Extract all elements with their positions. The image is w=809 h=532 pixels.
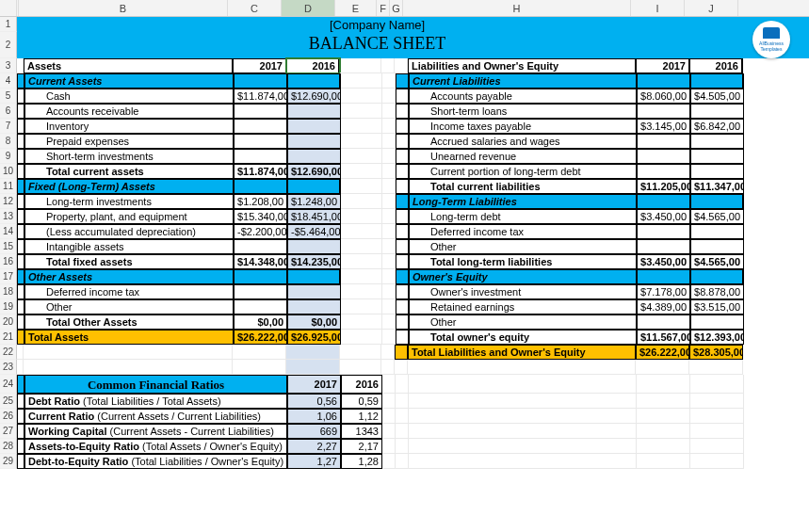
row-28[interactable]: 28 xyxy=(0,439,17,454)
row-18[interactable]: 18 xyxy=(0,284,17,299)
col-J[interactable]: J xyxy=(685,0,738,16)
ratio-label[interactable]: Debt-to-Equity Ratio (Total Liabilities … xyxy=(24,454,287,469)
liab-header[interactable]: Liabilities and Owner's Equity xyxy=(408,58,636,73)
row-10[interactable]: 10 xyxy=(0,164,17,179)
total-current-assets-y1[interactable]: $11.874,00 xyxy=(234,164,287,179)
col-C[interactable]: C xyxy=(228,0,282,16)
column-headers: B C D E F G H I J xyxy=(0,0,809,17)
spreadsheet: B C D E F G H I J 1234567891011121314151… xyxy=(0,0,809,469)
total-liab-equity-label[interactable]: Total Liabilities and Owner's Equity xyxy=(408,345,636,360)
total-current-liab-label[interactable]: Total current liabilities xyxy=(409,179,637,194)
col-B[interactable]: B xyxy=(19,0,228,16)
row-20[interactable]: 20 xyxy=(0,314,17,330)
row-19[interactable]: 19 xyxy=(0,299,17,314)
row-3[interactable]: 3 xyxy=(0,58,17,73)
row-22[interactable]: 22 xyxy=(0,345,17,360)
owners-equity-title[interactable]: Owner's Equity xyxy=(409,269,637,284)
row-23[interactable]: 23 xyxy=(0,360,17,375)
row-4[interactable]: 4 xyxy=(0,73,17,89)
row-6[interactable]: 6 xyxy=(0,104,17,119)
ratio-label[interactable]: Debt Ratio (Total Liabilities / Total As… xyxy=(24,394,287,409)
select-all-corner[interactable] xyxy=(0,0,17,16)
sheet-title[interactable]: BALANCE SHEET xyxy=(17,32,737,58)
row-7[interactable]: 7 xyxy=(0,119,17,134)
ratio-label[interactable]: Assets-to-Equity Ratio (Total Assets / O… xyxy=(24,439,287,454)
row-13[interactable]: 13 xyxy=(0,209,17,224)
total-current-assets-label[interactable]: Total current assets xyxy=(24,164,234,179)
col-F[interactable]: F xyxy=(377,0,390,16)
current-liab-title[interactable]: Current Liabilities xyxy=(409,73,637,89)
asset-item[interactable]: Inventory xyxy=(24,119,234,134)
asset-item[interactable]: Cash xyxy=(24,89,234,104)
row-26[interactable]: 26 xyxy=(0,409,17,424)
liab-item[interactable]: Unearned revenue xyxy=(409,149,637,164)
row-27[interactable]: 27 xyxy=(0,424,17,439)
col-G[interactable]: G xyxy=(390,0,403,16)
ratio-label[interactable]: Working Capital (Current Assets - Curren… xyxy=(24,424,287,439)
current-assets-title[interactable]: Current Assets xyxy=(24,73,234,89)
row-21[interactable]: 21 xyxy=(0,330,17,345)
row-1[interactable]: 1 xyxy=(0,17,17,32)
liab-item[interactable]: Accounts payable xyxy=(409,89,637,104)
row-29[interactable]: 29 xyxy=(0,454,17,469)
total-current-assets-y2[interactable]: $12.690,00 xyxy=(287,164,341,179)
company-name[interactable]: [Company Name] xyxy=(17,17,737,32)
row-5[interactable]: 5 xyxy=(0,89,17,104)
monitor-icon xyxy=(763,27,780,39)
row-15[interactable]: 15 xyxy=(0,239,17,254)
row-2[interactable]: 2 xyxy=(0,32,17,58)
row-11[interactable]: 11 xyxy=(0,179,17,194)
liab-item-5[interactable]: Current portion of long-term debt xyxy=(409,164,637,179)
row-24[interactable]: 24 xyxy=(0,375,17,394)
row-headers: 1234567891011121314151617181920212223242… xyxy=(0,17,17,469)
logo-text: AllBusiness Templates xyxy=(752,40,790,52)
allbusiness-logo: AllBusiness Templates xyxy=(752,21,790,58)
col-E[interactable]: E xyxy=(335,0,377,16)
col-H[interactable]: H xyxy=(403,0,631,16)
liab-item[interactable]: Income taxes payable xyxy=(409,119,637,134)
row-14[interactable]: 14 xyxy=(0,224,17,239)
assets-year1[interactable]: 2017 xyxy=(233,58,286,73)
row-17[interactable]: 17 xyxy=(0,269,17,284)
liab-item[interactable]: Short-term loans xyxy=(409,104,637,119)
row-8[interactable]: 8 xyxy=(0,134,17,149)
assets-year2[interactable]: 2016 xyxy=(286,58,340,73)
fixed-assets-title[interactable]: Fixed (Long-Term) Assets xyxy=(24,179,234,194)
liab-year2[interactable]: 2016 xyxy=(689,58,743,73)
long-term-liab-title[interactable]: Long-Term Liabilities xyxy=(409,194,637,209)
row-12[interactable]: 12 xyxy=(0,194,17,209)
grid[interactable]: [Company Name] BALANCE SHEET Assets 2017… xyxy=(17,17,809,469)
total-assets-label[interactable]: Total Assets xyxy=(24,330,234,345)
col-D[interactable]: D xyxy=(282,0,335,16)
ratio-label[interactable]: Current Ratio (Current Assets / Current … xyxy=(24,409,287,424)
row-16[interactable]: 16 xyxy=(0,254,17,269)
asset-item[interactable]: Accounts receivable xyxy=(24,104,234,119)
liab-item[interactable]: Accrued salaries and wages xyxy=(409,134,637,149)
ratios-header[interactable]: Common Financial Ratios xyxy=(24,375,287,394)
liab-year1[interactable]: 2017 xyxy=(636,58,689,73)
row-25[interactable]: 25 xyxy=(0,394,17,409)
asset-item[interactable]: Short-term investments xyxy=(24,149,234,164)
assets-header[interactable]: Assets xyxy=(24,58,233,73)
col-I[interactable]: I xyxy=(631,0,685,16)
asset-item[interactable]: Prepaid expenses xyxy=(24,134,234,149)
row-9[interactable]: 9 xyxy=(0,149,17,164)
